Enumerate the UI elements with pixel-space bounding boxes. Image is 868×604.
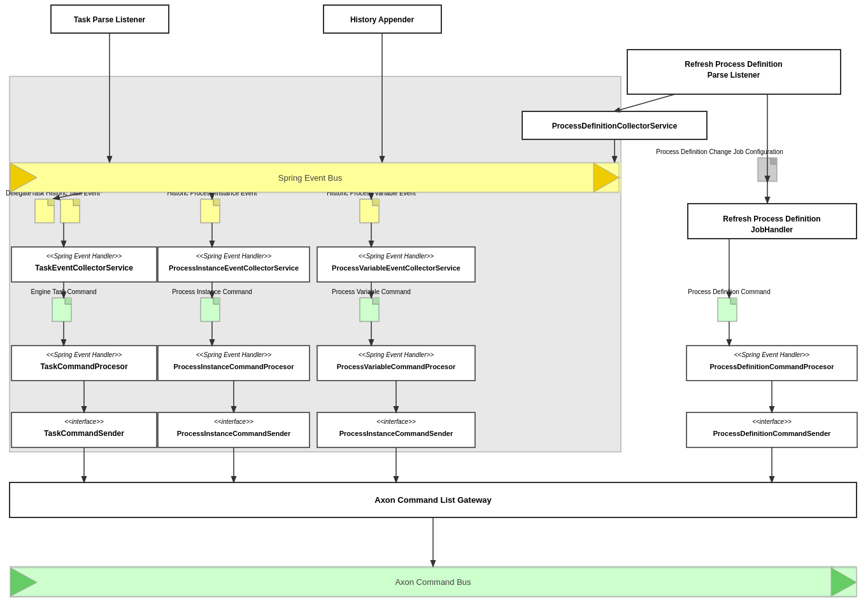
svg-rect-29	[60, 199, 80, 223]
svg-rect-19	[758, 158, 777, 181]
svg-text:History Appender: History Appender	[350, 15, 415, 24]
svg-marker-131	[10, 568, 857, 596]
svg-text:<<Spring Event Handler>>: <<Spring Event Handler>>	[46, 351, 122, 358]
svg-text:Process Definition Change Job : Process Definition Change Job Configurat…	[656, 148, 783, 155]
svg-marker-78	[373, 199, 379, 206]
diagram-container: Task Parse Listener History Appender Ref…	[0, 0, 868, 604]
svg-rect-34	[11, 247, 157, 282]
svg-text:Task Parse Listener: Task Parse Listener	[74, 15, 146, 24]
svg-rect-119	[10, 482, 857, 517]
svg-rect-39	[52, 298, 71, 321]
svg-marker-1	[10, 162, 621, 193]
svg-marker-107	[730, 298, 737, 304]
svg-marker-127	[10, 163, 619, 192]
svg-rect-9	[627, 50, 841, 94]
svg-rect-77	[360, 199, 379, 223]
svg-text:<<Spring Event Handler>>: <<Spring Event Handler>>	[196, 253, 272, 260]
svg-text:Historic Process Instance Even: Historic Process Instance Event	[167, 190, 257, 197]
svg-text:ProcessVariableEventCollectorS: ProcessVariableEventCollectorService	[332, 264, 460, 272]
svg-text:Engine Task Command: Engine Task Command	[31, 288, 96, 295]
svg-line-16	[615, 94, 675, 111]
svg-rect-5	[51, 5, 169, 33]
svg-text:ProcessDefinitionCollectorServ: ProcessDefinitionCollectorService	[552, 122, 678, 130]
svg-rect-53	[201, 199, 220, 223]
svg-text:<<interface>>: <<interface>>	[214, 418, 253, 425]
svg-text:<<Spring Event Handler>>: <<Spring Event Handler>>	[734, 351, 810, 358]
svg-text:Refresh Process Definition: Refresh Process Definition	[685, 60, 782, 69]
svg-text:Axon Command Bus: Axon Command Bus	[395, 577, 471, 587]
svg-rect-12	[522, 111, 707, 139]
svg-text:Refresh Process Definition: Refresh Process Definition	[723, 214, 820, 223]
svg-text:Axon Command Bus: Axon Command Bus	[395, 577, 471, 586]
svg-rect-102	[688, 204, 857, 239]
svg-text:ProcessInstanceEventCollectorS: ProcessInstanceEventCollectorService	[169, 264, 299, 272]
svg-rect-82	[317, 247, 475, 282]
svg-marker-2	[595, 162, 621, 193]
svg-rect-44	[11, 346, 157, 381]
svg-text:Historic Process Variable Even: Historic Process Variable Event	[327, 190, 416, 197]
svg-rect-87	[360, 298, 379, 321]
svg-text:<<Spring Event Handler>>: <<Spring Event Handler>>	[359, 253, 434, 260]
svg-rect-58	[158, 247, 309, 282]
svg-rect-63	[201, 298, 220, 321]
svg-line-33	[54, 193, 83, 199]
svg-marker-133	[10, 568, 37, 596]
svg-text:<<interface>>: <<interface>>	[64, 418, 104, 425]
svg-text:ProcessDefinitionCommandProces: ProcessDefinitionCommandProcesor	[710, 363, 835, 370]
svg-marker-4	[831, 566, 857, 597]
svg-marker-64	[213, 298, 220, 304]
svg-marker-30	[73, 199, 80, 206]
svg-text:<<Spring Event Handler>>: <<Spring Event Handler>>	[359, 351, 434, 358]
svg-text:Process Definition Command: Process Definition Command	[688, 288, 771, 295]
svg-marker-129	[10, 163, 37, 192]
svg-text:ProcessVariableCommandProcesor: ProcessVariableCommandProcesor	[337, 363, 456, 370]
svg-rect-7	[324, 5, 441, 33]
svg-text:TaskEventCollectorService: TaskEventCollectorService	[35, 263, 133, 272]
svg-text:Axon Command List Gateway: Axon Command List Gateway	[374, 495, 492, 505]
svg-marker-40	[65, 298, 71, 304]
svg-marker-132	[831, 568, 857, 596]
svg-rect-0	[10, 76, 621, 452]
svg-rect-106	[718, 298, 737, 321]
svg-rect-72	[158, 412, 309, 447]
svg-marker-3	[10, 566, 857, 597]
svg-rect-48	[11, 412, 157, 447]
svg-marker-88	[373, 298, 379, 304]
svg-text:<<Spring Event Handler>>: <<Spring Event Handler>>	[196, 351, 272, 358]
svg-text:ProcessInstanceCommandSender: ProcessInstanceCommandSender	[339, 430, 453, 437]
svg-rect-111	[687, 346, 857, 381]
svg-text:ProcessDefinitionCommandSender: ProcessDefinitionCommandSender	[713, 430, 831, 437]
svg-text:ProcessInstanceCommandSender: ProcessInstanceCommandSender	[177, 430, 291, 437]
svg-marker-20	[771, 158, 777, 164]
svg-text:DelegateTask  Historic Task Ev: DelegateTask Historic Task Event*	[6, 190, 103, 197]
svg-text:Process Variable Command: Process Variable Command	[332, 288, 411, 295]
svg-text:Process Instance Command: Process Instance Command	[172, 288, 252, 295]
svg-text:Parse Listener: Parse Listener	[708, 71, 760, 80]
svg-text:<<interface>>: <<interface>>	[752, 418, 792, 425]
svg-text:Spring Event Bus: Spring Event Bus	[278, 173, 343, 183]
svg-text:TaskCommandProcesor: TaskCommandProcesor	[40, 362, 127, 371]
svg-text:JobHandler: JobHandler	[751, 225, 793, 234]
svg-marker-54	[213, 199, 220, 206]
svg-arrows: Task Parse Listener History Appender Ref…	[0, 0, 868, 604]
svg-text:<<interface>>: <<interface>>	[376, 418, 416, 425]
svg-marker-128	[594, 163, 619, 192]
svg-rect-92	[317, 346, 475, 381]
svg-rect-96	[317, 412, 475, 447]
svg-text:TaskCommandSender: TaskCommandSender	[44, 429, 124, 438]
svg-text:ProcessInstanceCommandProcesor: ProcessInstanceCommandProcesor	[174, 363, 295, 370]
svg-marker-26	[48, 199, 54, 206]
svg-text:<<Spring Event Handler>>: <<Spring Event Handler>>	[46, 253, 122, 260]
svg-rect-115	[687, 412, 857, 447]
svg-rect-68	[158, 346, 309, 381]
svg-rect-25	[35, 199, 54, 223]
svg-text:Spring Event Bus: Spring Event Bus	[278, 173, 343, 183]
